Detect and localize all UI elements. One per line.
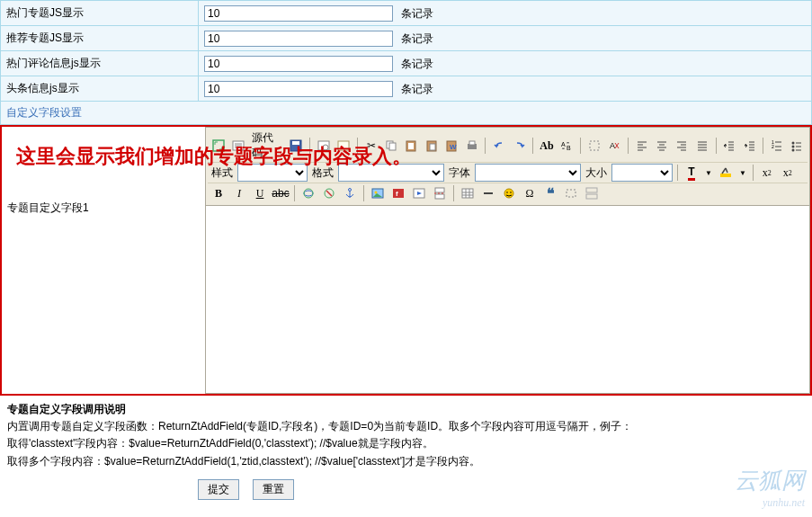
smiley-icon[interactable] [500, 184, 518, 202]
svg-rect-44 [586, 194, 597, 199]
find-icon[interactable]: Ab [538, 137, 555, 155]
svg-text:2: 2 [772, 144, 774, 149]
bullet-list-icon[interactable] [789, 137, 806, 155]
size-label: 大小 [584, 165, 609, 181]
subscript-icon[interactable]: x2 [758, 164, 776, 182]
suffix: 条记录 [401, 32, 433, 45]
suffix: 条记录 [401, 58, 433, 70]
outdent-icon[interactable] [720, 137, 737, 155]
input-hot-topic[interactable] [204, 5, 393, 22]
submit-button[interactable]: 提交 [198, 479, 239, 500]
input-hot-comment[interactable] [204, 56, 393, 72]
svg-rect-42 [567, 190, 576, 197]
size-select[interactable] [611, 164, 673, 182]
align-justify-icon[interactable] [693, 137, 710, 155]
svg-point-24 [792, 146, 795, 148]
help-line2: 取得'classtext'字段内容：$value=ReturnZtAddFiel… [7, 437, 433, 450]
div-icon[interactable] [562, 184, 580, 202]
hint-text: 这里会显示我们增加的专题字段与内容录入。 [11, 127, 496, 192]
suffix: 条记录 [401, 83, 433, 95]
svg-rect-37 [435, 194, 444, 199]
svg-rect-26 [720, 174, 731, 177]
row-label: 头条信息js显示 [1, 76, 199, 102]
indent-icon[interactable] [741, 137, 758, 155]
input-recommend-topic[interactable] [204, 31, 393, 47]
svg-rect-43 [586, 188, 597, 192]
text-color-button[interactable]: T [683, 164, 700, 182]
bg-color-button[interactable] [717, 164, 735, 182]
svg-text:A: A [610, 141, 615, 150]
superscript-icon[interactable]: x2 [779, 164, 797, 182]
svg-point-40 [506, 192, 508, 193]
svg-point-41 [510, 192, 512, 193]
replace-icon[interactable]: AB [558, 137, 576, 155]
redo-icon[interactable] [511, 137, 528, 155]
row-label: 推荐专题JS显示 [1, 26, 199, 51]
row-headline-js: 头条信息js显示 条记录 [1, 76, 812, 102]
numbered-list-icon[interactable]: 12 [768, 137, 785, 155]
svg-text:B: B [567, 145, 571, 151]
editor-content-area[interactable] [205, 205, 810, 394]
settings-table: 最新专题JS显示 条记录 热门专题JS显示 条记录 推荐专题JS显示 条记录 热… [0, 0, 812, 102]
help-title: 专题自定义字段调用说明 [7, 403, 126, 415]
help-line3: 取得多个字段内容：$value=ReturnZtAddField(1,'ztid… [7, 455, 480, 468]
row-hot-topic-js: 热门专题JS显示 条记录 [1, 1, 812, 26]
row-label: 热门评论信息js显示 [1, 51, 199, 76]
input-headline[interactable] [204, 81, 393, 97]
blockquote-icon[interactable]: ❝ [541, 184, 559, 202]
custom-field-1-label: 专题目定义字段1 [2, 195, 203, 221]
row-label: 热门专题JS显示 [1, 1, 199, 26]
svg-point-23 [792, 142, 795, 145]
svg-point-25 [792, 149, 795, 152]
align-left-icon[interactable] [633, 137, 650, 155]
button-row: 提交 重置 [0, 476, 812, 507]
help-text: 专题自定义字段调用说明 内置调用专题自定义字段函数：ReturnZtAddFie… [0, 396, 812, 476]
bg-color-dropdown[interactable]: ▼ [737, 169, 748, 177]
row-hot-comment-js: 热门评论信息js显示 条记录 [1, 51, 812, 76]
show-blocks-icon[interactable] [583, 184, 601, 202]
selectall-icon[interactable] [585, 137, 602, 155]
custom-field-editor-area: 这里会显示我们增加的专题字段与内容录入。 专题目定义字段1 源代码 [0, 125, 812, 396]
align-center-icon[interactable] [653, 137, 670, 155]
svg-text:A: A [561, 141, 566, 147]
removeformat-icon[interactable]: A [605, 137, 622, 155]
svg-rect-19 [590, 141, 599, 150]
custom-field-section-header: 自定义字段设置 [0, 102, 812, 125]
special-char-icon[interactable]: Ω [521, 184, 539, 202]
reset-button[interactable]: 重置 [253, 479, 294, 500]
text-color-dropdown[interactable]: ▼ [703, 169, 714, 177]
row-recommend-topic-js: 推荐专题JS显示 条记录 [1, 26, 812, 51]
help-line1: 内置调用专题自定义字段函数：ReturnZtAddField(专题ID,字段名)… [7, 420, 632, 432]
suffix: 条记录 [401, 7, 433, 20]
align-right-icon[interactable] [674, 137, 691, 155]
